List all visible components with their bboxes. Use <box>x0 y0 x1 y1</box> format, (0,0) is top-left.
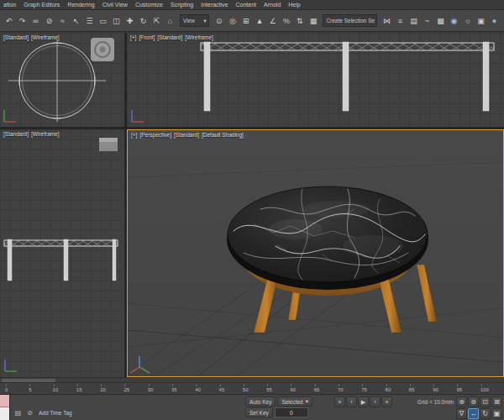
viewport-label-segment[interactable]: [Wireframe] <box>31 131 60 137</box>
schematic-view-icon[interactable]: ▩ <box>434 14 447 28</box>
rendered-frame-icon[interactable]: ▣ <box>475 14 487 28</box>
current-frame-field[interactable]: 0 <box>275 407 308 417</box>
timeline-tick[interactable]: 90 <box>433 383 456 394</box>
add-time-tag[interactable]: Add Time Tag <box>39 410 72 416</box>
select-and-manipulate-icon[interactable]: ◎ <box>226 14 239 28</box>
viewport-label-segment[interactable]: [Standard] <box>174 132 199 138</box>
maxscript-mini-listener[interactable] <box>0 395 10 420</box>
play-button[interactable]: ▶ <box>358 396 369 407</box>
timeline-tick[interactable]: 100 <box>480 383 504 394</box>
top-viewport-canvas[interactable] <box>0 33 124 127</box>
render-production-icon[interactable]: ● <box>488 14 501 28</box>
unlink-selection-icon[interactable]: ⊘ <box>43 14 55 28</box>
viewport-label-segment[interactable]: [Wireframe] <box>185 34 213 40</box>
timeline-tick[interactable]: 0 <box>5 383 29 394</box>
window-crossing-icon[interactable]: ◫ <box>110 14 123 28</box>
bind-to-space-warp-icon[interactable]: ≈ <box>56 14 69 28</box>
viewport-top[interactable]: [Standard][Wireframe] <box>0 33 124 127</box>
viewcube[interactable] <box>91 38 114 61</box>
listener-macro-row[interactable] <box>0 395 9 407</box>
timeline-tick[interactable]: 50 <box>243 383 266 394</box>
perspective-viewport-canvas[interactable] <box>128 130 503 376</box>
select-by-name-icon[interactable]: ☰ <box>83 14 96 28</box>
viewport-label-segment[interactable]: [Perspective] <box>139 132 171 138</box>
front-viewport-canvas[interactable] <box>127 33 504 127</box>
timeline-tick[interactable]: 40 <box>195 383 218 394</box>
previous-frame-button[interactable]: ‹ <box>346 396 357 407</box>
menu-item[interactable]: Customize <box>135 2 163 8</box>
timeline-tick[interactable]: 80 <box>386 383 409 394</box>
timeline-tick[interactable]: 10 <box>53 383 76 394</box>
timeline-tick[interactable]: 15 <box>76 383 100 394</box>
snaps-toggle-icon[interactable]: ▲ <box>253 14 265 28</box>
timeline-tick[interactable]: 25 <box>123 383 147 394</box>
viewport-perspective[interactable]: [+][Perspective][Standard][Default Shadi… <box>127 129 504 377</box>
wireframe-table-side[interactable] <box>4 239 118 281</box>
selection-region-icon[interactable]: ▭ <box>97 14 109 28</box>
menu-item[interactable]: Graph Editors <box>24 2 60 8</box>
timeline-tick[interactable]: 30 <box>148 383 171 394</box>
selected-dropdown[interactable]: Selected ▾ <box>277 396 312 407</box>
use-pivot-center-icon[interactable]: ⊙ <box>213 14 225 28</box>
percent-snap-icon[interactable]: % <box>280 14 292 28</box>
menu-item[interactable]: Civil View <box>102 2 128 8</box>
menu-item[interactable]: Scripting <box>171 2 193 8</box>
undo-icon[interactable]: ↶ <box>3 14 15 28</box>
menu-item[interactable]: ation <box>3 2 16 8</box>
select-and-rotate-icon[interactable]: ↻ <box>137 14 150 28</box>
viewport-left[interactable]: [Standard][Wireframe] <box>0 129 124 377</box>
viewport-label-segment[interactable]: [Standard] <box>3 131 29 137</box>
spinner-snap-icon[interactable]: ⇅ <box>293 14 306 28</box>
menu-item[interactable]: Help <box>288 2 300 8</box>
viewport-label-segment[interactable]: [Standard] <box>3 34 29 40</box>
select-object-icon[interactable]: ↖ <box>70 14 82 28</box>
field-of-view-button[interactable]: ∇ <box>456 408 467 419</box>
wireframe-table-front[interactable] <box>201 42 494 111</box>
zoom-all-button[interactable]: ⊛ <box>468 396 479 407</box>
timeline-tick[interactable]: 5 <box>29 383 52 394</box>
edit-selection-sets-icon[interactable]: ▦ <box>307 14 319 28</box>
selection-lock-icon[interactable]: ⊘ <box>25 408 34 417</box>
timeline-tick[interactable]: 85 <box>409 383 433 394</box>
zoom-button[interactable]: ⊕ <box>456 396 467 407</box>
render-setup-icon[interactable]: ☼ <box>461 14 474 28</box>
redo-icon[interactable]: ↷ <box>16 14 29 28</box>
angle-snap-icon[interactable]: ∠ <box>266 14 279 28</box>
select-and-place-icon[interactable]: ⌂ <box>164 14 176 28</box>
align-icon[interactable]: ≡ <box>394 14 407 28</box>
scene-explorer-icon[interactable]: ▤ <box>407 14 420 28</box>
left-viewport-canvas[interactable] <box>0 129 124 377</box>
viewport-label-segment[interactable]: [Default Shading] <box>202 132 244 138</box>
menu-item[interactable]: Rendering <box>67 2 94 8</box>
select-and-move-icon[interactable]: ✚ <box>123 14 136 28</box>
timeline-tick[interactable]: 60 <box>290 383 313 394</box>
timeline-tick[interactable]: 35 <box>171 383 195 394</box>
pan-view-button[interactable]: ↔ <box>468 408 479 419</box>
timeline-tick[interactable]: 95 <box>456 383 480 394</box>
viewcube[interactable] <box>99 138 118 151</box>
viewport-front[interactable]: [+][Front][Standard][Wireframe] <box>127 33 504 127</box>
keyboard-override-icon[interactable]: ⊞ <box>239 14 252 28</box>
reference-coordinate-dropdown[interactable]: View ▾ <box>180 14 209 27</box>
viewport-label-segment[interactable]: [+] <box>131 132 137 138</box>
viewport-label-segment[interactable]: [Standard] <box>157 34 182 40</box>
timeline-tick[interactable]: 55 <box>266 383 290 394</box>
auto-key-button[interactable]: Auto Key <box>245 396 276 407</box>
timeline-tick[interactable]: 65 <box>314 383 338 394</box>
zoom-extents-button[interactable]: ⊡ <box>480 396 491 407</box>
mirror-icon[interactable]: ⋈ <box>381 14 393 28</box>
menu-item[interactable]: Content <box>236 2 257 8</box>
named-selection-sets-dropdown[interactable]: Create Selection Se ▾ <box>323 14 377 27</box>
orbit-button[interactable]: ↻ <box>480 408 491 419</box>
timeline-tick[interactable]: 75 <box>361 383 385 394</box>
zoom-extents-all-button[interactable]: ⊠ <box>491 396 502 407</box>
go-to-start-button[interactable]: « <box>334 396 345 407</box>
set-key-button[interactable]: Set Key <box>245 407 273 417</box>
maximize-viewport-toggle[interactable]: ▣ <box>491 408 502 419</box>
curve-editor-icon[interactable]: ~ <box>421 14 433 28</box>
viewport-label-segment[interactable]: [Wireframe] <box>31 34 60 40</box>
timeline-tick[interactable]: 20 <box>100 383 123 394</box>
material-editor-icon[interactable]: ◉ <box>448 14 460 28</box>
select-and-scale-icon[interactable]: ⇱ <box>150 14 163 28</box>
listener-script-row[interactable] <box>0 407 9 420</box>
